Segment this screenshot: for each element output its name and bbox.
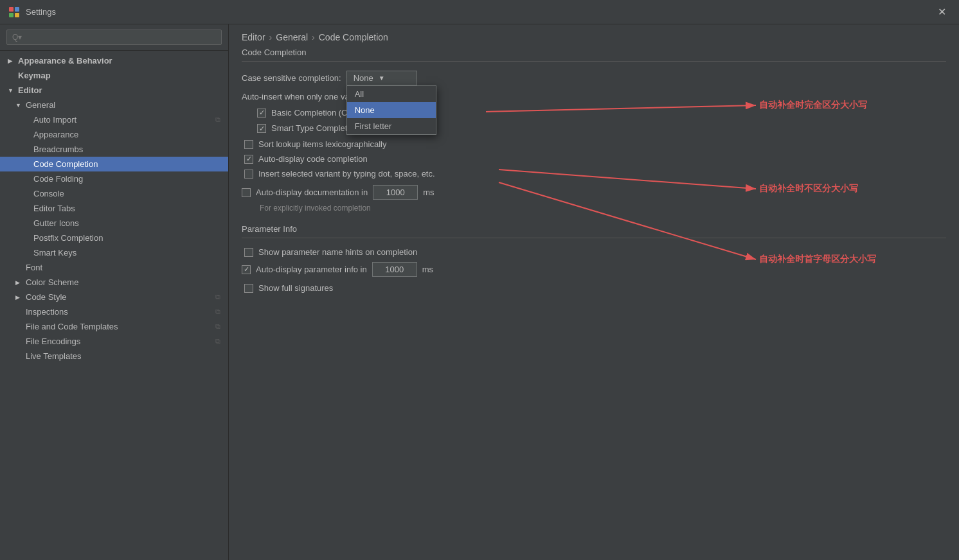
breadcrumb-part-general: General [276,32,308,42]
sidebar-item-label: Console [33,189,64,198]
auto-display-param-unit: ms [422,265,433,274]
sidebar-item-gutter-icons[interactable]: Gutter Icons [0,216,228,231]
auto-display-doc-unit: ms [423,188,434,197]
main-content: Editor › General › Code Completion Code … [229,24,959,560]
sidebar-item-code-style[interactable]: ▶ Code Style ⧉ [0,290,228,304]
sidebar-item-label: Live Templates [26,351,81,361]
case-sensitive-dropdown[interactable]: None ▼ [346,71,417,85]
auto-display-param-checkbox[interactable] [242,265,251,274]
auto-display-doc-label: Auto-display documentation in [256,188,368,197]
close-button[interactable]: ✕ [933,3,951,21]
title-bar-left: Settings [8,6,56,19]
show-param-hints-row: Show parameter name hints on completion [242,247,946,257]
search-input[interactable] [6,30,222,45]
dropdown-arrow-icon: ▼ [379,74,385,82]
sidebar-item-label: Gutter Icons [33,218,79,228]
show-full-sig-label: Show full signatures [258,283,333,293]
window-title: Settings [26,7,56,17]
svg-rect-3 [15,13,19,17]
sort-lookup-checkbox[interactable] [244,140,253,149]
auto-display-param-row: Auto-display parameter info in ms [242,262,946,277]
sidebar-item-label: Keymap [18,71,51,80]
sort-lookup-label: Sort lookup items lexicographically [258,139,386,149]
copy-icon: ⧉ [215,116,220,124]
sidebar-item-label: Code Completion [33,159,98,169]
sidebar-item-smart-keys[interactable]: Smart Keys [0,245,228,260]
sidebar-item-appearance[interactable]: Appearance [0,127,228,142]
show-param-hints-label: Show parameter name hints on completion [258,247,417,257]
case-sensitive-row: Case sensitive completion: None ▼ All No… [242,71,946,85]
sidebar-item-code-completion[interactable]: Code Completion [0,157,228,171]
sidebar-item-editor[interactable]: ▼ Editor [0,83,228,98]
sidebar-item-auto-import[interactable]: Auto Import ⧉ [0,112,228,127]
breadcrumb-sep2: › [312,32,315,42]
breadcrumb: Editor › General › Code Completion [229,24,959,48]
arrow-icon: ▼ [15,102,22,109]
auto-display-doc-checkbox[interactable] [242,188,251,197]
svg-rect-1 [15,7,19,12]
sidebar-item-font[interactable]: Font [0,260,228,275]
sidebar-item-inspections[interactable]: Inspections ⧉ [0,304,228,319]
sidebar-tree: ▶ Appearance & Behavior Keymap ▼ Editor … [0,51,228,560]
show-full-sig-checkbox[interactable] [244,284,253,293]
sidebar-item-label: Code Folding [33,174,83,184]
breadcrumb-sep1: › [269,32,273,42]
sidebar-item-label: Auto Import [33,115,76,125]
sidebar-item-label: Editor Tabs [33,204,75,213]
breadcrumb-part-code-completion: Code Completion [319,32,388,42]
auto-display-doc-row: Auto-display documentation in ms [242,185,946,200]
auto-display-param-input[interactable] [372,262,417,277]
sidebar-item-color-scheme[interactable]: ▶ Color Scheme [0,275,228,290]
breadcrumb-part-editor: Editor [242,32,265,42]
dropdown-item-first-letter[interactable]: First letter [347,118,436,134]
auto-display-checkbox[interactable] [244,155,253,164]
show-param-hints-checkbox[interactable] [244,248,253,257]
sidebar-item-live-templates[interactable]: Live Templates [0,349,228,363]
sidebar-item-file-code-templates[interactable]: File and Code Templates ⧉ [0,319,228,334]
svg-rect-0 [9,7,13,12]
settings-window: Settings ✕ ▶ Appearance & Behavior Keyma… [0,0,959,560]
sidebar-item-general[interactable]: ▼ General [0,98,228,112]
sidebar: ▶ Appearance & Behavior Keymap ▼ Editor … [0,24,229,560]
section-parameter-info-title: Parameter Info [242,224,946,238]
sidebar-item-label: Editor [18,85,42,95]
sidebar-item-keymap[interactable]: Keymap [0,68,228,83]
arrow-icon: ▶ [15,294,22,301]
title-bar: Settings ✕ [0,0,959,24]
insert-variant-label: Insert selected variant by typing dot, s… [258,169,435,179]
case-sensitive-label: Case sensitive completion: [242,73,341,83]
arrow-icon: ▶ [8,58,14,64]
sidebar-item-label: Font [26,263,42,272]
dropdown-menu: All None First letter [346,85,436,135]
sidebar-item-label: File and Code Templates [26,322,118,331]
sidebar-item-appearance-behavior[interactable]: ▶ Appearance & Behavior [0,53,228,68]
sidebar-item-postfix-completion[interactable]: Postfix Completion [0,231,228,245]
show-full-sig-row: Show full signatures [242,283,946,293]
dropdown-value: None [354,73,373,83]
sidebar-item-label: Code Style [26,292,67,302]
dropdown-item-none[interactable]: None [347,102,436,118]
sidebar-item-breadcrumbs[interactable]: Breadcrumbs [0,142,228,157]
smart-type-checkbox[interactable] [257,124,266,133]
auto-display-doc-input[interactable] [373,185,418,200]
sidebar-item-file-encodings[interactable]: File Encodings ⧉ [0,334,228,349]
sidebar-item-code-folding[interactable]: Code Folding [0,171,228,186]
app-icon [8,6,21,19]
sidebar-item-label: Breadcrumbs [33,144,83,154]
for-explicitly-hint: For explicitly invoked completion [242,204,946,213]
sidebar-item-console[interactable]: Console [0,186,228,201]
svg-rect-2 [9,13,13,17]
basic-completion-checkbox[interactable] [257,109,266,118]
sidebar-item-editor-tabs[interactable]: Editor Tabs [0,201,228,216]
settings-panel: Code Completion Case sensitive completio… [229,48,959,560]
auto-display-param-label: Auto-display parameter info in [256,265,367,274]
sidebar-item-label: Smart Keys [33,248,76,258]
sidebar-item-label: Color Scheme [26,277,78,287]
sidebar-item-label: General [26,100,55,110]
copy-icon: ⧉ [215,337,220,346]
insert-variant-checkbox[interactable] [244,170,253,179]
insert-variant-row: Insert selected variant by typing dot, s… [242,169,946,179]
content-area: ▶ Appearance & Behavior Keymap ▼ Editor … [0,24,959,560]
dropdown-item-all[interactable]: All [347,86,436,102]
search-box [0,24,228,51]
